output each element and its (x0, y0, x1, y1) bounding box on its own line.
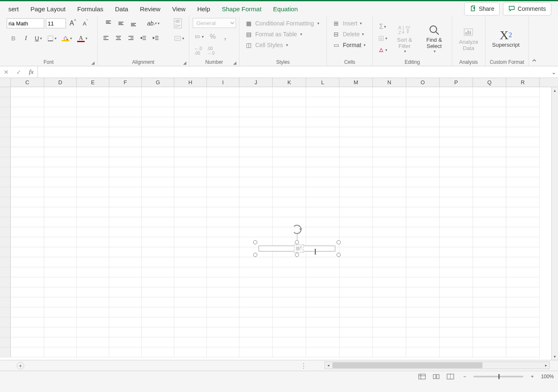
resize-handle-n[interactable] (295, 240, 299, 244)
cell[interactable] (142, 327, 174, 337)
cell[interactable] (473, 297, 506, 307)
tab-shape-format[interactable]: Shape Format (216, 3, 267, 15)
tab-view[interactable]: View (166, 3, 191, 15)
cell[interactable] (174, 177, 207, 187)
scroll-right-button[interactable]: ▸ (543, 363, 549, 367)
cell[interactable] (306, 297, 339, 307)
resize-handle-ne[interactable] (337, 240, 341, 244)
worksheet-grid[interactable]: CDEFGHIJKLMNOPQR B2 I ▴ ▾ (0, 78, 558, 360)
currency-button[interactable]: ▾ (193, 31, 206, 42)
cell[interactable] (473, 147, 506, 157)
cell[interactable] (273, 257, 306, 267)
cell[interactable] (11, 117, 44, 127)
cell[interactable] (339, 247, 373, 257)
page-layout-view-button[interactable] (431, 372, 442, 381)
cell[interactable] (207, 267, 239, 277)
cell[interactable] (239, 177, 273, 187)
cell[interactable] (142, 97, 174, 107)
row-header[interactable] (0, 197, 11, 207)
cell[interactable] (373, 127, 406, 137)
cell[interactable] (207, 147, 239, 157)
cell[interactable] (109, 257, 142, 267)
decrease-indent-button[interactable] (138, 33, 149, 44)
cell[interactable] (406, 337, 440, 347)
cell[interactable] (142, 257, 174, 267)
cell[interactable] (109, 317, 142, 327)
cell[interactable] (142, 347, 174, 357)
font-launcher[interactable]: ◢ (91, 60, 95, 65)
ribbon-collapse-button[interactable] (529, 16, 540, 66)
row-header[interactable] (0, 307, 11, 317)
cell[interactable] (239, 167, 273, 177)
cell[interactable] (273, 147, 306, 157)
row-header[interactable] (0, 177, 11, 187)
cell[interactable] (473, 277, 506, 287)
cell[interactable] (109, 207, 142, 217)
cell[interactable] (239, 217, 273, 227)
tab-equation[interactable]: Equation (267, 3, 304, 15)
cell[interactable] (273, 137, 306, 147)
cell[interactable] (406, 107, 440, 117)
row-header[interactable] (0, 157, 11, 167)
cell[interactable] (44, 127, 77, 137)
cell[interactable] (239, 127, 273, 137)
cell[interactable] (239, 297, 273, 307)
column-header[interactable]: K (273, 78, 306, 87)
column-header[interactable]: R (506, 78, 540, 87)
cell[interactable] (174, 277, 207, 287)
resize-handle-se[interactable] (337, 253, 341, 257)
cell[interactable] (473, 87, 506, 97)
cell[interactable] (440, 157, 473, 167)
cell[interactable] (77, 287, 109, 297)
cell[interactable] (506, 337, 540, 347)
cell[interactable] (339, 127, 373, 137)
cell[interactable] (506, 257, 540, 267)
row-header[interactable] (0, 187, 11, 197)
cell[interactable] (506, 127, 540, 137)
tab-data[interactable]: Data (109, 3, 134, 15)
cell[interactable] (142, 217, 174, 227)
cell[interactable] (142, 187, 174, 197)
cell[interactable] (44, 247, 77, 257)
cell[interactable] (273, 217, 306, 227)
align-left-button[interactable] (101, 33, 111, 44)
cell[interactable] (77, 257, 109, 267)
cell[interactable] (273, 167, 306, 177)
cell[interactable] (406, 257, 440, 267)
cell[interactable] (174, 237, 207, 247)
cell[interactable] (207, 277, 239, 287)
row-header[interactable] (0, 207, 11, 217)
row-header[interactable] (0, 267, 11, 277)
cell[interactable] (142, 337, 174, 347)
cell[interactable] (306, 197, 339, 207)
cell[interactable] (373, 227, 406, 237)
cell[interactable] (440, 147, 473, 157)
cell[interactable] (273, 287, 306, 297)
cell[interactable] (506, 227, 540, 237)
cell[interactable] (473, 327, 506, 337)
row-header[interactable] (0, 117, 11, 127)
cell[interactable] (142, 107, 174, 117)
cell[interactable] (473, 97, 506, 107)
cell[interactable] (239, 207, 273, 217)
cell[interactable] (142, 297, 174, 307)
resize-handle-nw[interactable] (253, 240, 257, 244)
cell[interactable] (142, 237, 174, 247)
cell[interactable] (506, 297, 540, 307)
underline-button[interactable]: U▾ (33, 33, 44, 44)
column-header[interactable]: G (142, 78, 174, 87)
cell[interactable] (109, 97, 142, 107)
cell[interactable] (273, 337, 306, 347)
cell[interactable] (473, 127, 506, 137)
cell[interactable] (174, 207, 207, 217)
cell[interactable] (273, 317, 306, 327)
vertical-scrollbar[interactable]: ▴ ▾ (551, 87, 558, 360)
hscroll-thumb[interactable] (332, 362, 483, 368)
comma-button[interactable]: , (220, 31, 231, 42)
resize-handle-sw[interactable] (253, 253, 257, 257)
cell[interactable] (44, 257, 77, 267)
cell[interactable] (11, 267, 44, 277)
cell[interactable] (440, 297, 473, 307)
cell[interactable] (406, 137, 440, 147)
borders-button[interactable]: ▾ (45, 33, 58, 44)
